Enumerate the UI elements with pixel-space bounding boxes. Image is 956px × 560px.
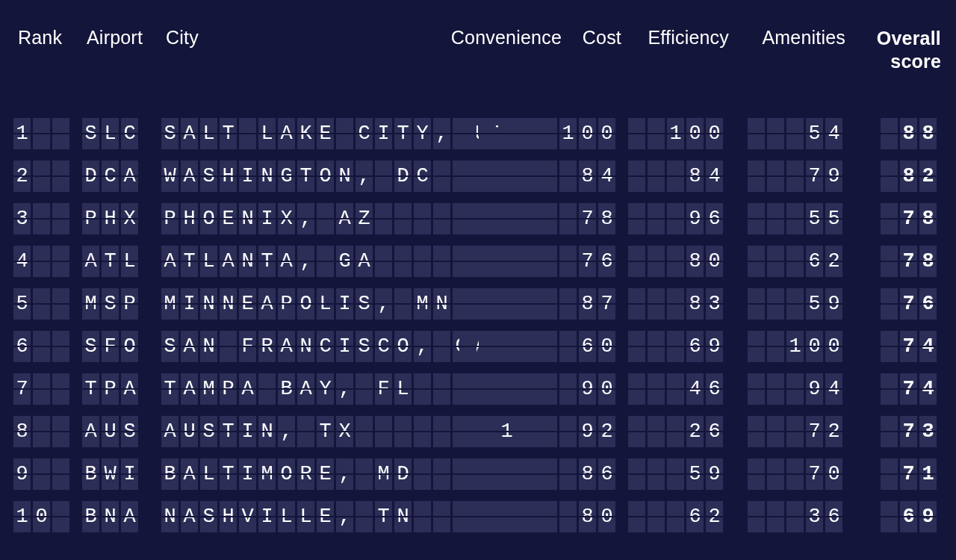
- flap-cell: T: [258, 246, 276, 277]
- flap-cell: A: [121, 161, 138, 192]
- flap-cell: O: [317, 161, 334, 192]
- flap-cell: T: [317, 416, 334, 447]
- flap-cell: [479, 203, 496, 234]
- flap-cell: N: [433, 288, 450, 320]
- flap-cell: L: [317, 288, 334, 320]
- flap-cell: P: [220, 373, 237, 405]
- flap-cell: 1: [13, 118, 31, 149]
- flap-cell: A: [121, 501, 138, 532]
- col-overall: 69: [842, 501, 937, 532]
- flap-cell: [433, 416, 450, 447]
- flap-cell: T: [394, 118, 412, 149]
- flap-cell: [521, 501, 538, 532]
- flap-cell: 1: [786, 331, 804, 362]
- table-row: 2DCAWASHINGTON, DC8284847982: [13, 161, 943, 192]
- flap-cell: [667, 331, 684, 362]
- flap-cell: 1: [559, 118, 577, 149]
- flap-cell: [628, 501, 645, 532]
- flap-cell: P: [102, 373, 119, 405]
- flap-cell: F: [102, 331, 119, 362]
- flap-cell: [459, 288, 477, 320]
- col-city: NASHVILLE, TN: [161, 501, 420, 532]
- flap-cell: [459, 373, 477, 405]
- flap-cell: 2: [13, 161, 31, 192]
- flap-cell: S: [161, 118, 179, 149]
- flap-cell: 6: [686, 331, 704, 362]
- col-rank: 10: [13, 501, 82, 532]
- flap-cell: A: [82, 416, 99, 447]
- flap-cell: M: [414, 288, 431, 320]
- flap-cell: [375, 203, 392, 234]
- flap-cell: 7: [900, 458, 917, 490]
- col-overall: 71: [842, 458, 937, 490]
- flap-cell: W: [102, 458, 119, 490]
- flap-cell: 8: [919, 203, 937, 234]
- flap-cell: [628, 458, 645, 490]
- flap-cell: C: [121, 118, 138, 149]
- col-airport: BNA: [82, 501, 161, 532]
- flap-cell: [881, 331, 898, 362]
- flap-cell: T: [161, 373, 179, 405]
- flap-cell: 6: [706, 416, 723, 447]
- flap-cell: [786, 416, 804, 447]
- flap-cell: N: [258, 416, 276, 447]
- flap-cell: 7: [900, 246, 917, 277]
- flap-cell: [414, 246, 431, 277]
- flap-cell: [648, 416, 665, 447]
- flap-cell: ,: [297, 203, 314, 234]
- flap-cell: B: [278, 373, 295, 405]
- flap-cell: [648, 161, 665, 192]
- flap-cell: [748, 203, 765, 234]
- flap-cell: 4: [598, 161, 615, 192]
- flap-cell: [881, 161, 898, 192]
- flap-cell: L: [121, 246, 138, 277]
- col-airport: PHX: [82, 203, 161, 234]
- flap-cell: [52, 501, 69, 532]
- flap-cell: [52, 246, 69, 277]
- flap-cell: [521, 373, 538, 405]
- col-city: WASHINGTON, DC: [161, 161, 420, 192]
- col-cost: 80: [554, 501, 615, 532]
- flap-cell: 0: [579, 118, 596, 149]
- flap-cell: G: [278, 161, 295, 192]
- flap-cell: N: [239, 203, 256, 234]
- flap-cell: [648, 501, 665, 532]
- flap-cell: [540, 501, 557, 532]
- flap-cell: P: [161, 203, 179, 234]
- flap-cell: [459, 203, 477, 234]
- flap-cell: [521, 288, 538, 320]
- flap-cell: A: [278, 246, 295, 277]
- flap-cell: [433, 501, 450, 532]
- flap-cell: [881, 416, 898, 447]
- flap-cell: 8: [900, 118, 917, 149]
- flap-cell: ,: [375, 288, 392, 320]
- flap-cell: S: [121, 416, 138, 447]
- flap-cell: T: [82, 373, 99, 405]
- flap-cell: [648, 331, 665, 362]
- flap-cell: 0: [598, 118, 615, 149]
- flap-cell: 0: [706, 118, 723, 149]
- flap-cell: [479, 501, 496, 532]
- col-eff: 83: [615, 288, 723, 320]
- flap-cell: L: [200, 458, 217, 490]
- flap-cell: 1: [667, 118, 684, 149]
- flap-cell: [559, 373, 577, 405]
- flap-cell: 1: [13, 501, 31, 532]
- flap-cell: I: [336, 331, 353, 362]
- flap-cell: 9: [13, 458, 31, 490]
- flap-cell: 9: [579, 416, 596, 447]
- flap-cell: [521, 203, 538, 234]
- table-row: 3PHXPHOENIX, AZ8378965578: [13, 203, 943, 234]
- flap-cell: 3: [13, 203, 31, 234]
- flap-cell: [317, 203, 334, 234]
- flap-cell: E: [317, 501, 334, 532]
- flap-cell: C: [102, 161, 119, 192]
- flap-cell: C: [356, 118, 373, 149]
- flap-cell: [881, 246, 898, 277]
- flap-cell: 0: [598, 373, 615, 405]
- flap-cell: 0: [33, 501, 50, 532]
- flap-cell: T: [375, 501, 392, 532]
- flap-cell: [881, 373, 898, 405]
- col-city: TAMPA BAY, FL: [161, 373, 420, 405]
- flap-cell: 9: [919, 501, 937, 532]
